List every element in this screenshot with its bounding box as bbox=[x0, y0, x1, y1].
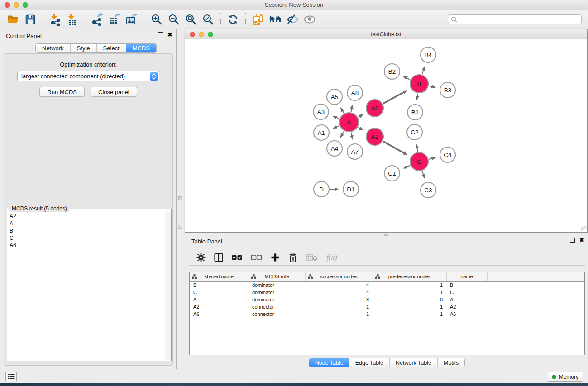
float-panel-icon[interactable] bbox=[158, 32, 163, 37]
refresh-icon[interactable] bbox=[225, 12, 242, 27]
network-window-titlebar[interactable]: testGlobe.txt bbox=[185, 29, 587, 39]
mcds-result-item[interactable]: C bbox=[10, 234, 165, 242]
zoom-out-icon[interactable] bbox=[165, 12, 182, 27]
close-panel-icon[interactable]: ✖ bbox=[579, 238, 584, 243]
run-mcds-button[interactable]: Run MCDS bbox=[39, 87, 85, 97]
mcds-result-item[interactable]: A2 bbox=[10, 213, 165, 220]
table-row[interactable]: Cdominator 41 C bbox=[190, 289, 584, 296]
graph-edge-B-B3[interactable] bbox=[429, 86, 435, 87]
table-row[interactable]: A6connector 11 A6 bbox=[190, 310, 584, 318]
graph-edge-A6-B[interactable] bbox=[383, 91, 406, 104]
optimization-criterion-select[interactable]: largest connected component (directed) bbox=[17, 71, 159, 81]
graph-node-label-C3: C3 bbox=[424, 187, 432, 194]
zoom-fit-icon[interactable] bbox=[182, 12, 200, 27]
canvas-left-grip[interactable] bbox=[178, 225, 182, 229]
graph-node-label-A7: A7 bbox=[351, 148, 359, 155]
mcds-result-item[interactable]: A bbox=[10, 220, 165, 227]
deselect-all-checkboxes-icon[interactable] bbox=[251, 254, 262, 261]
tab-select[interactable]: Select bbox=[97, 44, 126, 52]
graph-edge-A-A3[interactable] bbox=[333, 116, 339, 119]
import-table-icon[interactable] bbox=[64, 12, 81, 27]
table-tabs: Node Table Edge Table Network Table Moti… bbox=[309, 358, 465, 367]
search-input[interactable] bbox=[457, 16, 578, 23]
graph-edge-C-C2[interactable] bbox=[416, 145, 417, 152]
show-panels-list-button[interactable] bbox=[5, 372, 17, 381]
column-header-empty bbox=[487, 272, 584, 281]
column-header-predecessor-nodes[interactable]: predecessor nodes bbox=[373, 272, 446, 281]
graph-edge-C-C1[interactable] bbox=[404, 166, 410, 168]
splitter-grip[interactable] bbox=[178, 196, 182, 200]
save-session-icon[interactable] bbox=[22, 12, 39, 27]
select-all-checkboxes-icon[interactable] bbox=[232, 254, 243, 261]
columns-icon[interactable] bbox=[214, 253, 223, 262]
window-resize-grip[interactable] bbox=[581, 226, 587, 232]
column-header-name[interactable]: name bbox=[446, 272, 487, 281]
add-column-icon[interactable] bbox=[271, 253, 280, 262]
column-header-mcds-role[interactable]: MCDS role bbox=[249, 272, 305, 281]
graph-edge-A-A2[interactable] bbox=[358, 127, 363, 130]
graph-node-label-C2: C2 bbox=[411, 129, 418, 136]
mcds-result-list: A2 A B C A6 bbox=[8, 212, 165, 360]
close-panel-button[interactable]: Close panel bbox=[91, 87, 137, 97]
horizontal-splitter[interactable] bbox=[185, 233, 588, 236]
network-canvas[interactable]: AA1A3A5A8A4A7A6A2BB1B2B3B4CC1C2C3C4DD1 bbox=[185, 39, 587, 232]
optimization-criterion-label: Optimization criterion: bbox=[4, 61, 172, 68]
zoom-in-icon[interactable] bbox=[148, 12, 165, 27]
tab-node-table[interactable]: Node Table bbox=[309, 358, 349, 367]
mcds-result-item[interactable]: B bbox=[10, 227, 165, 234]
graph-edge-C-C3[interactable] bbox=[422, 171, 425, 178]
graph-node-label-A5: A5 bbox=[331, 94, 339, 100]
graph-edge-B-B2[interactable] bbox=[404, 76, 410, 79]
control-panel: Control Panel ✖ Network Style Select MCD… bbox=[0, 29, 177, 369]
splitter-grip[interactable] bbox=[384, 233, 388, 236]
hierarchy-icon bbox=[251, 274, 256, 279]
graph-edge-B-B1[interactable] bbox=[417, 94, 418, 100]
graph-edge-B-B4[interactable] bbox=[422, 67, 425, 74]
tab-style[interactable]: Style bbox=[71, 44, 97, 52]
mcds-result-item[interactable]: A6 bbox=[10, 242, 165, 249]
graph-edge-A-A6[interactable] bbox=[358, 114, 363, 117]
show-graphics-details-icon[interactable] bbox=[301, 12, 318, 27]
table-row[interactable]: A2connector 11 A2 bbox=[190, 303, 584, 310]
table-row[interactable]: Bdominator 41 B bbox=[190, 281, 584, 289]
close-panel-icon[interactable]: ✖ bbox=[167, 32, 172, 37]
vertical-splitter[interactable] bbox=[177, 29, 185, 369]
export-table-icon[interactable] bbox=[106, 12, 123, 27]
tab-mcds[interactable]: MCDS bbox=[126, 44, 156, 52]
graph-edge-A2-C[interactable] bbox=[383, 141, 407, 155]
float-panel-icon[interactable] bbox=[570, 238, 575, 243]
home-views-icon[interactable] bbox=[267, 12, 284, 27]
delete-column-icon[interactable] bbox=[288, 253, 297, 262]
list-icon bbox=[8, 373, 15, 380]
graph-edge-A-A4[interactable] bbox=[341, 131, 344, 137]
tab-network-table[interactable]: Network Table bbox=[390, 358, 438, 367]
graph-edge-A-A1[interactable] bbox=[333, 126, 339, 128]
toolbar-separator bbox=[245, 13, 246, 26]
network-from-document-icon[interactable] bbox=[249, 12, 267, 27]
control-panel-tabs: Network Style Select MCDS bbox=[35, 43, 157, 53]
export-network-icon[interactable] bbox=[89, 12, 106, 27]
export-image-icon[interactable] bbox=[123, 12, 140, 27]
column-header-shared-name[interactable]: shared name bbox=[190, 272, 249, 281]
hide-graphics-details-icon[interactable] bbox=[284, 12, 301, 27]
hierarchy-icon bbox=[308, 274, 313, 279]
status-bar: Memory bbox=[0, 369, 588, 383]
graph-edge-A-A8[interactable] bbox=[351, 105, 353, 112]
search-field[interactable] bbox=[448, 14, 582, 24]
column-header-successor-nodes[interactable]: successor nodes bbox=[305, 272, 373, 281]
mcds-result-scrollbar[interactable] bbox=[165, 212, 171, 360]
open-folder-icon[interactable] bbox=[5, 12, 22, 27]
tab-network[interactable]: Network bbox=[36, 44, 71, 52]
zoom-selected-icon[interactable] bbox=[200, 12, 217, 27]
import-network-icon[interactable] bbox=[47, 12, 64, 27]
table-row[interactable]: Adominator 80 A bbox=[190, 296, 584, 303]
graph-edge-C-C4[interactable] bbox=[429, 157, 435, 159]
gear-icon[interactable] bbox=[196, 253, 206, 262]
tab-edge-table[interactable]: Edge Table bbox=[349, 358, 390, 367]
graph-edge-A-A7[interactable] bbox=[351, 133, 353, 139]
control-panel-title: Control Panel bbox=[6, 33, 42, 39]
graph-edge-A-A5[interactable] bbox=[341, 108, 344, 113]
tab-motifs[interactable]: Motifs bbox=[438, 358, 464, 367]
graph-node-label-A: A bbox=[347, 119, 351, 126]
memory-button[interactable]: Memory bbox=[547, 372, 583, 382]
